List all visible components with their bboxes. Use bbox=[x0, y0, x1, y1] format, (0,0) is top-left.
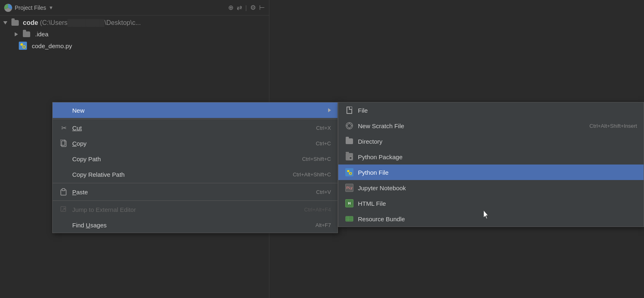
svg-point-3 bbox=[23, 46, 25, 48]
project-files-icon bbox=[4, 4, 12, 12]
project-header: Project Files ▼ ⊕ ⇄ | ⚙ ⊢ bbox=[0, 0, 269, 16]
root-folder-icon bbox=[11, 20, 19, 26]
triangle-right-icon bbox=[15, 32, 18, 36]
menu-item-directory[interactable]: Directory bbox=[338, 133, 644, 149]
menu-item-jump-external[interactable]: Jump to External Editor Ctrl+Alt+F4 bbox=[53, 202, 338, 217]
globe-icon[interactable]: ⊕ bbox=[228, 4, 233, 11]
root-folder-name: code (C:\Users████████\Desktop\c... bbox=[23, 19, 141, 27]
copy-path-icon bbox=[59, 154, 68, 163]
svg-point-19 bbox=[350, 173, 352, 175]
cut-shortcut: Ctrl+X bbox=[316, 125, 331, 131]
split-icon[interactable]: ⇄ bbox=[237, 4, 242, 11]
idea-folder-icon bbox=[23, 31, 30, 37]
triangle-down-icon bbox=[3, 21, 7, 24]
menu-label-python-file: Python File bbox=[358, 169, 637, 176]
python-file-menu-icon bbox=[345, 168, 354, 177]
menu-label-paste: Paste bbox=[72, 189, 300, 196]
dropdown-chevron[interactable]: ▼ bbox=[49, 5, 53, 11]
svg-point-18 bbox=[347, 170, 349, 172]
paste-shortcut: Ctrl+V bbox=[316, 189, 331, 195]
new-icon bbox=[59, 106, 68, 115]
find-shortcut: Alt+F7 bbox=[315, 222, 331, 228]
menu-label-new-scratch: New Scratch File bbox=[358, 122, 573, 129]
copy-shortcut: Ctrl+C bbox=[316, 140, 331, 147]
svg-point-12 bbox=[347, 124, 351, 128]
tree-root-item[interactable]: code (C:\Users████████\Desktop\c... bbox=[0, 17, 269, 29]
menu-item-copy-path[interactable]: Copy Path Ctrl+Shift+C bbox=[53, 151, 338, 167]
menu-item-new-scratch[interactable]: New Scratch File Ctrl+Alt+Shift+Insert bbox=[338, 118, 644, 133]
jump-icon bbox=[59, 205, 68, 214]
gear-icon[interactable]: ⚙ bbox=[250, 4, 256, 11]
find-icon bbox=[59, 220, 68, 229]
html-file-icon: H bbox=[345, 199, 354, 208]
directory-icon bbox=[345, 137, 354, 146]
secondary-context-menu: File New Scratch File Ctrl+Alt+Shift+Ins… bbox=[338, 102, 644, 227]
menu-item-copy[interactable]: Copy Ctrl+C bbox=[53, 136, 338, 151]
copy-relative-shortcut: Ctrl+Alt+Shift+C bbox=[293, 171, 331, 178]
svg-rect-6 bbox=[60, 140, 65, 145]
jump-shortcut: Ctrl+Alt+F4 bbox=[304, 207, 331, 213]
paste-icon bbox=[59, 187, 68, 196]
scissors-icon: ✂ bbox=[59, 123, 68, 132]
menu-label-python-package: Python Package bbox=[358, 153, 637, 160]
menu-item-jupyter[interactable]: PLy Jupyter Notebook bbox=[338, 180, 644, 196]
code-demo-file-item[interactable]: code_demo.py bbox=[0, 40, 269, 52]
file-tree: code (C:\Users████████\Desktop\c... .ide… bbox=[0, 16, 269, 53]
project-title: Project Files bbox=[15, 4, 46, 11]
menu-item-new[interactable]: New bbox=[53, 102, 338, 118]
separator-1 bbox=[53, 119, 338, 119]
copy-relative-icon bbox=[59, 170, 68, 179]
menu-item-resource-bundle[interactable]: Resource Bundle bbox=[338, 211, 644, 227]
python-file-icon-tree bbox=[19, 42, 27, 50]
menu-item-find-usages[interactable]: Find Usages Alt+F7 bbox=[53, 217, 338, 233]
project-title-group: Project Files ▼ bbox=[4, 4, 53, 12]
scratch-icon bbox=[345, 121, 354, 130]
menu-item-cut[interactable]: ✂ Cut Ctrl+X bbox=[53, 120, 338, 136]
menu-label-jump: Jump to External Editor bbox=[72, 206, 288, 213]
svg-rect-21 bbox=[346, 216, 353, 221]
header-actions: ⊕ ⇄ | ⚙ ⊢ bbox=[228, 4, 265, 11]
collapse-icon[interactable]: ⊢ bbox=[259, 4, 265, 11]
resource-bundle-icon bbox=[345, 214, 354, 223]
idea-folder-label: .idea bbox=[35, 31, 49, 38]
primary-context-menu: New ✂ Cut Ctrl+X Copy Ctrl+C Copy Path C… bbox=[52, 102, 338, 233]
menu-label-html-file: HTML File bbox=[358, 200, 637, 207]
new-submenu-arrow bbox=[328, 108, 331, 112]
svg-rect-5 bbox=[62, 141, 66, 147]
menu-label-directory: Directory bbox=[358, 138, 637, 145]
menu-item-python-package[interactable]: Python Package bbox=[338, 149, 644, 165]
menu-label-copy: Copy bbox=[72, 140, 300, 147]
python-package-icon bbox=[345, 152, 354, 161]
code-demo-label: code_demo.py bbox=[32, 42, 72, 49]
menu-item-python-file[interactable]: Python File bbox=[338, 165, 644, 180]
jupyter-icon: PLy bbox=[345, 183, 354, 192]
copy-icon bbox=[59, 139, 68, 148]
svg-rect-8 bbox=[62, 189, 65, 191]
menu-label-jupyter: Jupyter Notebook bbox=[358, 185, 637, 191]
menu-item-copy-relative-path[interactable]: Copy Relative Path Ctrl+Alt+Shift+C bbox=[53, 167, 338, 182]
menu-label-new: New bbox=[72, 107, 328, 114]
menu-label-find-usages: Find Usages bbox=[72, 222, 299, 229]
menu-label-resource-bundle: Resource Bundle bbox=[358, 216, 637, 222]
idea-folder-item[interactable]: .idea bbox=[0, 29, 269, 40]
new-scratch-shortcut: Ctrl+Alt+Shift+Insert bbox=[589, 123, 637, 129]
menu-label-copy-relative-path: Copy Relative Path bbox=[72, 171, 276, 178]
copy-path-shortcut: Ctrl+Shift+C bbox=[302, 156, 331, 162]
html-icon-shape: H bbox=[345, 199, 353, 207]
menu-item-file[interactable]: File bbox=[338, 102, 644, 118]
separator-3 bbox=[53, 200, 338, 201]
menu-label-cut: Cut bbox=[72, 125, 300, 131]
svg-line-10 bbox=[62, 208, 65, 211]
separator-2 bbox=[53, 183, 338, 183]
menu-item-html-file[interactable]: H HTML File bbox=[338, 196, 644, 211]
file-icon bbox=[345, 106, 354, 115]
menu-item-paste[interactable]: Paste Ctrl+V bbox=[53, 184, 338, 200]
menu-label-copy-path: Copy Path bbox=[72, 156, 286, 162]
menu-label-file: File bbox=[358, 107, 637, 114]
svg-point-2 bbox=[20, 43, 23, 46]
